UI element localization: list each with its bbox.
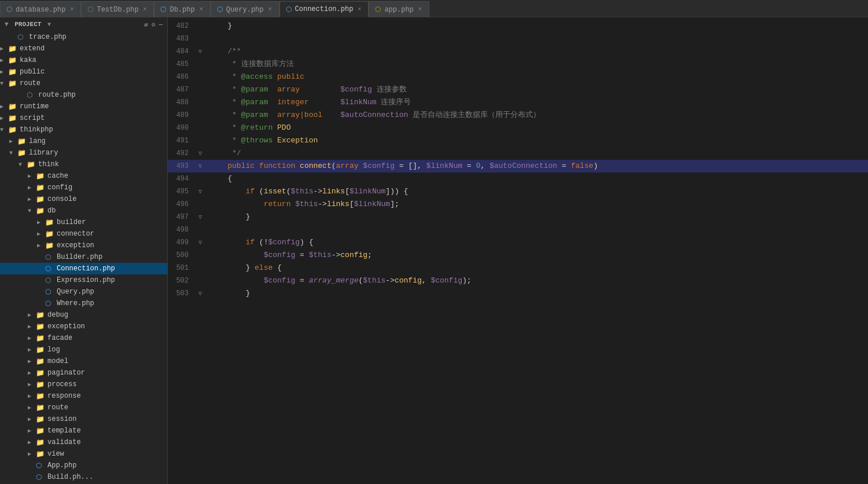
tree-session[interactable]: ▶ 📁 session: [0, 413, 167, 425]
tree-script[interactable]: ▶ 📁 script: [0, 112, 167, 124]
close-icon[interactable]: ×: [417, 6, 423, 13]
tab-db[interactable]: ⬡ Db.php ×: [154, 1, 210, 17]
tree-facade[interactable]: ▶ 📁 facade: [0, 332, 167, 344]
test-icon: ⬡: [87, 5, 93, 14]
tree-route[interactable]: ▼ 📁 route: [0, 78, 167, 89]
line-number: 496: [168, 200, 196, 208]
folder-icon: 📁: [36, 438, 45, 447]
folder-icon: 📁: [36, 195, 45, 204]
tree-view[interactable]: ▶ 📁 view: [0, 448, 167, 460]
tree-route2[interactable]: ▶ 📁 route: [0, 402, 167, 413]
tree-log[interactable]: ▶ 📁 log: [0, 344, 167, 355]
main-area: ▼ Project ▼ ⇄ ⚙ — ⬡ trace.php ▶ 📁 extend…: [0, 17, 868, 484]
tab-query[interactable]: ⬡ Query.php ×: [211, 1, 279, 17]
fold-gutter[interactable]: ▽: [196, 188, 205, 195]
line-number: 500: [168, 251, 196, 259]
tab-app[interactable]: ⬡ app.php ×: [369, 1, 429, 17]
tree-query-php[interactable]: ⬡ Query.php: [0, 286, 167, 298]
line-number: 486: [168, 73, 196, 81]
code-line-485: 485 * 连接数据库方法: [168, 58, 868, 71]
code-content: * @return PDO: [205, 122, 868, 134]
code-line-492: 492 ▽ */: [168, 147, 868, 160]
tree-library[interactable]: ▼ 📁 library: [0, 147, 167, 159]
tree-think[interactable]: ▼ 📁 think: [0, 159, 167, 170]
tree-trace[interactable]: ⬡ trace.php: [0, 31, 167, 43]
tree-cache[interactable]: ▶ 📁 cache: [0, 170, 167, 182]
tree-db[interactable]: ▼ 📁 db: [0, 205, 167, 217]
code-content: * @param array $config 连接参数: [205, 83, 868, 96]
fold-gutter[interactable]: ▽: [196, 214, 205, 221]
sidebar-icon-1[interactable]: ⇄: [144, 21, 148, 28]
close-icon[interactable]: ×: [198, 6, 204, 13]
close-icon[interactable]: ×: [69, 6, 75, 13]
code-line-486: 486 * @access public: [168, 71, 868, 83]
code-content: } else {: [205, 262, 868, 274]
tree-app-php[interactable]: ⬡ App.php: [0, 460, 167, 471]
tree-builder-folder[interactable]: ▶ 📁 builder: [0, 217, 167, 228]
app-icon: ⬡: [375, 5, 381, 14]
tree-process[interactable]: ▶ 📁 process: [0, 379, 167, 390]
tree-exception2[interactable]: ▶ 📁 exception: [0, 321, 167, 332]
code-content: {: [205, 173, 868, 185]
tree-console[interactable]: ▶ 📁 console: [0, 193, 167, 205]
code-content: */: [205, 147, 868, 160]
tree-model[interactable]: ▶ 📁 model: [0, 355, 167, 367]
line-number: 501: [168, 264, 196, 272]
tree-kaka[interactable]: ▶ 📁 kaka: [0, 54, 167, 66]
folder-icon: 📁: [36, 392, 45, 401]
php-icon: ⬡: [45, 253, 54, 262]
tree-connection-php[interactable]: ⬡ Connection.php: [0, 263, 167, 274]
fold-gutter[interactable]: ▽: [196, 239, 205, 246]
tab-testdb[interactable]: ⬡ TestDb.php ×: [81, 1, 154, 17]
tree-exception-folder[interactable]: ▶ 📁 exception: [0, 240, 167, 251]
code-content: if (!$config) {: [205, 236, 868, 249]
tree-connector-folder[interactable]: ▶ 📁 connector: [0, 228, 167, 240]
tree-where-php[interactable]: ⬡ Where.php: [0, 298, 167, 309]
close-icon[interactable]: ×: [356, 6, 362, 13]
folder-icon: 📁: [17, 137, 27, 146]
tree-builder-php[interactable]: ⬡ Builder.php: [0, 251, 167, 263]
query-icon: ⬡: [217, 5, 223, 14]
code-line-499: 499 ▽ if (!$config) {: [168, 236, 868, 249]
close-icon[interactable]: ×: [267, 6, 273, 13]
fold-gutter[interactable]: ▽: [196, 48, 205, 55]
line-number: 489: [168, 111, 196, 119]
sidebar-icon-3[interactable]: —: [159, 21, 163, 28]
close-icon[interactable]: ×: [142, 6, 148, 13]
folder-icon: 📁: [36, 334, 45, 343]
tab-database[interactable]: ⬡ database.php ×: [0, 1, 81, 17]
tree-public[interactable]: ▶ 📁 public: [0, 66, 167, 78]
folder-icon: 📁: [8, 114, 17, 123]
tree-response[interactable]: ▶ 📁 response: [0, 390, 167, 402]
tree-thinkphp[interactable]: ▼ 📁 thinkphp: [0, 124, 167, 135]
code-line-488: 488 * @param integer $linkNum 连接序号: [168, 96, 868, 109]
php-blue-icon: ⬡: [36, 473, 45, 482]
tree-lang[interactable]: ▶ 📁 lang: [0, 135, 167, 147]
folder-icon: 📁: [27, 160, 36, 169]
tree-extend[interactable]: ▶ 📁 extend: [0, 43, 167, 54]
tree-runtime[interactable]: ▶ 📁 runtime: [0, 101, 167, 112]
tab-connection[interactable]: ⬡ Connection.php ×: [279, 1, 369, 17]
tree-config[interactable]: ▶ 📁 config: [0, 182, 167, 193]
tree-route-php[interactable]: ⬡ route.php: [0, 89, 167, 101]
folder-icon: 📁: [36, 404, 45, 412]
tree-paginator[interactable]: ▶ 📁 paginator: [0, 367, 167, 379]
fold-gutter[interactable]: ▽: [196, 150, 205, 157]
tree-expression-php[interactable]: ⬡ Expression.php: [0, 274, 167, 286]
code-area[interactable]: 482 } 483 484 ▽ /** 485 * 连接数: [168, 17, 868, 484]
code-line-495: 495 ▽ if (isset($this->links[$linkNum]))…: [168, 185, 868, 198]
tree-template[interactable]: ▶ 📁 template: [0, 425, 167, 437]
fold-gutter[interactable]: ▽: [196, 163, 205, 170]
sidebar-icon-2[interactable]: ⚙: [152, 21, 156, 28]
code-line-498: 498: [168, 223, 868, 236]
tree-build-php[interactable]: ⬡ Build.ph...: [0, 471, 167, 483]
db-icon: ⬡: [6, 5, 12, 14]
code-line-489: 489 * @param array|bool $autoConnection …: [168, 109, 868, 122]
tree-validate[interactable]: ▶ 📁 validate: [0, 437, 167, 448]
code-content: public function connect(array $config = …: [205, 160, 868, 173]
folder-icon: 📁: [8, 68, 17, 76]
tree-debug[interactable]: ▶ 📁 debug: [0, 309, 167, 321]
php-blue-icon: ⬡: [36, 461, 45, 470]
code-line-487: 487 * @param array $config 连接参数: [168, 83, 868, 96]
fold-gutter[interactable]: ▽: [196, 290, 205, 297]
